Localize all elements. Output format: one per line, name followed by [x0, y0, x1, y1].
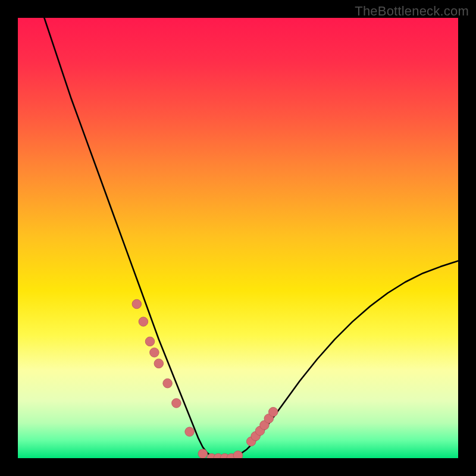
- highlight-point: [163, 378, 173, 388]
- highlight-point: [145, 337, 155, 346]
- curve-layer: [18, 18, 458, 458]
- highlight-point: [233, 451, 243, 458]
- highlight-point: [198, 449, 208, 458]
- highlight-point: [185, 427, 195, 437]
- outer-frame: TheBottleneck.com: [0, 0, 476, 476]
- highlight-point: [154, 359, 164, 368]
- watermark-text: TheBottleneck.com: [355, 4, 469, 19]
- highlight-point: [172, 399, 181, 408]
- highlight-point: [150, 348, 159, 358]
- bottleneck-curve: [44, 18, 458, 458]
- highlight-point: [139, 317, 148, 327]
- highlight-markers: [132, 299, 278, 458]
- highlight-point: [268, 408, 278, 417]
- highlight-point: [132, 299, 142, 309]
- plot-area: [18, 18, 458, 458]
